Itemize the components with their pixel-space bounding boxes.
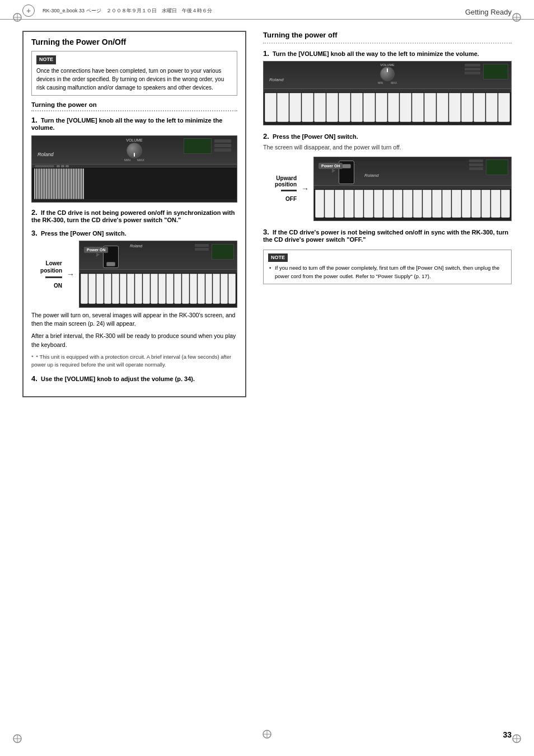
lower-position-label: Lower position (40, 260, 62, 274)
step-1-num: 1. (31, 116, 38, 124)
filename-label: RK-300_e.book 33 ページ ２００８年９月１０日 水曜日 午後４時… (43, 7, 212, 15)
footnote-text: * This unit is equipped with a protectio… (31, 354, 231, 368)
note-text: Once the connections have been completed… (36, 67, 232, 92)
keyboard-illustration-right-1: Roland VOLUME MIN MAX (263, 61, 512, 125)
step-4-header: 4. Use the [VOLUME] knob to adjust the v… (31, 374, 237, 383)
right-step-2-header: 2. Press the [Power ON] switch. (263, 132, 512, 140)
max-label-right: MAX (391, 81, 397, 84)
keyboard-top-panel-1: Roland VOLUME MIN MAX (32, 136, 237, 164)
page-number: 33 (503, 730, 512, 739)
note-box: NOTE Once the connections have been comp… (31, 51, 237, 96)
step-2: 2. If the CD drive is not being powered … (31, 208, 237, 223)
upward-label-col: Upward position OFF (263, 175, 297, 202)
step-2-num: 2. (31, 208, 38, 217)
step-2-header: 2. If the CD drive is not being powered … (31, 208, 237, 223)
right-column: Turning the power off 1. Turn the [VOLUM… (257, 31, 512, 406)
header: RK-300_e.book 33 ページ ２００８年９月１０日 水曜日 午後４時… (0, 0, 534, 20)
min-label: MIN (124, 158, 130, 162)
dotted-divider-right (263, 43, 512, 44)
roland-brand-right: Roland (364, 173, 378, 178)
step-1: 1. Turn the [VOLUME] knob all the way to… (31, 116, 237, 203)
right-step-2-num: 2. (263, 132, 269, 140)
volume-knob (127, 143, 142, 158)
power-switch-diagram-off: Upward position OFF → Power OH (263, 157, 512, 221)
max-label: MAX (137, 158, 144, 162)
note-label: NOTE (36, 55, 56, 64)
header-left: RK-300_e.book 33 ページ ２００８年９月１０日 水曜日 午後４時… (22, 4, 212, 17)
right-step-3-num: 3. (263, 228, 269, 236)
right-step-1-header: 1. Turn the [VOLUME] knob all the way to… (263, 49, 512, 58)
page: RK-300_e.book 33 ページ ２００８年９月１０日 水曜日 午後４時… (0, 0, 534, 756)
min-max-labels: MIN MAX (124, 158, 144, 162)
volume-label-1: VOLUME (124, 138, 144, 142)
right-step-2-text: Press the [Power ON] switch. (273, 133, 358, 140)
min-label-right: MIN (378, 81, 383, 84)
step-3-num: 3. (31, 229, 38, 237)
upward-position-label: Upward position (275, 175, 297, 187)
step-2-text: If the CD drive is not being powered on/… (31, 209, 235, 223)
power-switch-diagram-on: Lower position ON → Power ON (31, 241, 237, 308)
right-step-1: 1. Turn the [VOLUME] knob all the way to… (263, 49, 512, 125)
volume-knob-container: VOLUME MIN MAX (124, 138, 144, 162)
step-4-text: Use the [VOLUME] knob to adjust the volu… (41, 375, 195, 382)
power-on-callout-right: Power OH (318, 163, 343, 169)
note-bullet-right: If you need to turn off the power comple… (268, 264, 507, 280)
bottom-crosshair (262, 729, 272, 740)
corner-mark-br (512, 734, 522, 744)
off-label: OFF (285, 196, 297, 202)
content-area: Turning the Power On/Off NOTE Once the c… (0, 20, 534, 417)
corner-mark-tl (12, 12, 22, 22)
step-4-num: 4. (31, 374, 38, 383)
power-on-body-2: After a brief interval, the RK-300 will … (31, 332, 237, 350)
roland-brand-1: Roland (38, 152, 54, 157)
note-label-right: NOTE (268, 253, 288, 262)
keyboard-illustration-1: Roland VOLUME MIN MAX (31, 135, 237, 203)
section-box: Turning the Power On/Off NOTE Once the c… (22, 31, 246, 397)
right-step-2: 2. Press the [Power ON] switch. The scre… (263, 132, 512, 221)
turning-off-heading: Turning the power off (263, 31, 512, 39)
step-3-header: 3. Press the [Power ON] switch. (31, 229, 237, 237)
corner-mark-bl (12, 734, 22, 744)
right-step-2-body: The screen will disappear, and the power… (263, 143, 512, 152)
left-column: Turning the Power On/Off NOTE Once the c… (22, 31, 257, 406)
step-3-text: Press the [Power ON] switch. (41, 230, 127, 237)
power-on-body-1: The power will turn on, several images w… (31, 311, 237, 329)
switch-label-on: Lower position ON (31, 260, 62, 289)
section-title: Turning the Power On/Off (31, 37, 237, 46)
crosshair-icon (22, 4, 35, 17)
step-4: 4. Use the [VOLUME] knob to adjust the v… (31, 374, 237, 383)
right-step-3-header: 3. If the CD drive's power is not being … (263, 228, 512, 243)
right-step-3-text: If the CD drive's power is not being swi… (263, 229, 508, 243)
keyboard-keys-1 (32, 168, 237, 199)
right-step-1-num: 1. (263, 49, 269, 58)
footnote-asterisk: * (31, 354, 34, 360)
header-title: Getting Ready (465, 4, 512, 16)
right-step-3: 3. If the CD drive's power is not being … (263, 228, 512, 243)
right-step-1-text: Turn the [VOLUME] knob all the way to th… (273, 50, 479, 57)
step-3: 3. Press the [Power ON] switch. Lower po… (31, 229, 237, 369)
turning-on-heading: Turning the power on (31, 101, 237, 111)
footnote: * * This unit is equipped with a protect… (31, 353, 237, 369)
note-box-right: NOTE If you need to turn off the power c… (263, 250, 512, 284)
corner-mark-tr (512, 12, 522, 22)
step-1-header: 1. Turn the [VOLUME] knob all the way to… (31, 116, 237, 131)
step-1-text: Turn the [VOLUME] knob all the way to th… (31, 117, 222, 131)
on-label: ON (54, 283, 62, 289)
